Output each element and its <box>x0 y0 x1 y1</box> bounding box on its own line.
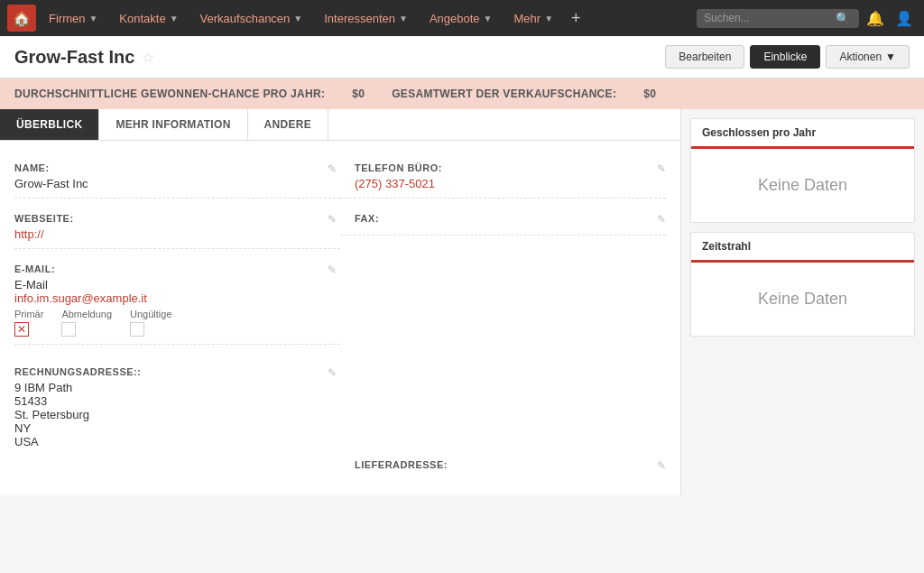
nav-firmen[interactable]: Firmen ▼ <box>40 8 106 29</box>
email-label: E-MAIL: <box>14 263 326 274</box>
stats-bar: DURCHSCHNITTLICHE GEWONNEN-CHANCE PRO JA… <box>0 79 924 109</box>
billing-line5: USA <box>14 435 326 448</box>
main-layout: ÜBERBLICK MEHR INFORMATION ANDERE NAME: … <box>0 109 924 495</box>
primary-label: Primär <box>14 309 43 319</box>
angebote-caret-icon: ▼ <box>484 14 493 23</box>
nav-kontakte[interactable]: Kontakte ▼ <box>110 8 187 29</box>
closed-per-year-title: Geschlossen pro Jahr <box>691 119 914 149</box>
unsub-checkbox[interactable] <box>61 322 76 337</box>
website-field-group: WEBSEITE: http:// ✎ <box>14 206 340 249</box>
nav-interessenten[interactable]: Interessenten ▼ <box>315 8 417 29</box>
content-area: NAME: Grow-Fast Inc ✎ WEBSEITE: http:// … <box>0 141 680 495</box>
invalid-checkbox-group: Ungültige <box>130 309 171 337</box>
favorite-star-icon[interactable]: ☆ <box>142 49 154 66</box>
verkaufschancen-caret-icon: ▼ <box>293 14 302 23</box>
email-checkboxes: Primär ✕ Abmeldung Ungültige <box>14 309 326 337</box>
left-panel: ÜBERBLICK MEHR INFORMATION ANDERE NAME: … <box>0 109 680 495</box>
tabs-bar: ÜBERBLICK MEHR INFORMATION ANDERE <box>0 109 680 141</box>
avg-chance-label: DURCHSCHNITTLICHE GEWONNEN-CHANCE PRO JA… <box>14 88 325 100</box>
edit-button[interactable]: Bearbeiten <box>665 45 744 69</box>
email-type: E-Mail <box>14 278 326 291</box>
shipping-address-group: LIEFERADRESSE: ✎ <box>340 452 666 481</box>
closed-per-year-empty: Keine Daten <box>691 149 914 222</box>
firmen-caret-icon: ▼ <box>88 14 97 23</box>
tab-andere[interactable]: ANDERE <box>248 109 328 140</box>
fax-label: FAX: <box>355 213 666 224</box>
home-button[interactable]: 🏠 <box>7 5 36 32</box>
shipping-edit-icon[interactable]: ✎ <box>657 459 666 472</box>
kontakte-caret-icon: ▼ <box>170 14 179 23</box>
unsub-label: Abmeldung <box>61 309 112 319</box>
telefon-field-group: TELEFON BÜRO: (275) 337-5021 ✎ <box>340 155 666 199</box>
avg-chance-value: $0 <box>352 88 365 100</box>
email-field-group: E-MAIL: E-Mail info.im.sugar@example.it … <box>14 256 340 345</box>
billing-line4: NY <box>14 421 326 435</box>
nav-angebote[interactable]: Angebote ▼ <box>420 8 502 29</box>
title-area: Grow-Fast Inc ☆ <box>14 47 154 68</box>
name-edit-icon[interactable]: ✎ <box>328 162 337 175</box>
email-address[interactable]: info.im.sugar@example.it <box>14 291 326 305</box>
primary-checkbox[interactable]: ✕ <box>14 322 29 337</box>
website-value[interactable]: http:// <box>14 227 326 241</box>
zeitstrahl-card: Zeitstrahl Keine Daten <box>690 232 915 337</box>
aktionen-caret-icon: ▼ <box>885 51 896 63</box>
unsub-checkbox-group: Abmeldung <box>61 309 112 337</box>
telefon-value[interactable]: (275) 337-5021 <box>355 177 666 190</box>
website-edit-icon[interactable]: ✎ <box>328 213 337 226</box>
page-title: Grow-Fast Inc <box>14 47 134 68</box>
name-value: Grow-Fast Inc <box>14 177 326 190</box>
billing-edit-icon[interactable]: ✎ <box>328 366 337 379</box>
tab-mehr-information[interactable]: MEHR INFORMATION <box>99 109 247 140</box>
mehr-caret-icon: ▼ <box>544 14 553 23</box>
fax-field-group: FAX: ✎ <box>340 206 666 236</box>
name-field-group: NAME: Grow-Fast Inc ✎ <box>14 155 340 199</box>
billing-line3: St. Petersburg <box>14 408 326 421</box>
search-icon: 🔍 <box>836 12 850 25</box>
closed-per-year-card: Geschlossen pro Jahr Keine Daten <box>690 118 915 223</box>
billing-line1: 9 IBM Path <box>14 381 326 394</box>
telefon-label: TELEFON BÜRO: <box>355 162 666 173</box>
tab-ueberblick[interactable]: ÜBERBLICK <box>0 109 99 140</box>
search-input[interactable] <box>704 12 830 24</box>
search-bar: 🔍 <box>697 9 859 28</box>
right-column: TELEFON BÜRO: (275) 337-5021 ✎ FAX: ✎ LI… <box>340 155 666 481</box>
add-button[interactable]: + <box>566 9 587 28</box>
notifications-button[interactable]: 🔔 <box>863 10 888 27</box>
primary-checkbox-group: Primär ✕ <box>14 309 43 337</box>
user-profile-button[interactable]: 👤 <box>892 10 917 27</box>
fax-edit-icon[interactable]: ✎ <box>657 213 666 226</box>
name-label: NAME: <box>14 162 326 173</box>
billing-address-group: RECHNUNGSADRESSE:: 9 IBM Path 51433 St. … <box>14 359 340 456</box>
nav-mehr[interactable]: Mehr ▼ <box>505 8 563 29</box>
right-sidebar: Geschlossen pro Jahr Keine Daten Zeitstr… <box>680 109 924 495</box>
telefon-edit-icon[interactable]: ✎ <box>657 162 666 175</box>
page-header: Grow-Fast Inc ☆ Bearbeiten Einblicke Akt… <box>0 36 924 79</box>
total-value-label: GESAMTWERT DER VERKAUFSCHANCE: <box>392 88 616 100</box>
total-value-value: $0 <box>643 88 656 100</box>
billing-line2: 51433 <box>14 394 326 408</box>
actions-dropdown-button[interactable]: Aktionen ▼ <box>826 45 910 69</box>
interessenten-caret-icon: ▼ <box>399 14 408 23</box>
invalid-checkbox[interactable] <box>130 322 144 337</box>
invalid-label: Ungültige <box>130 309 171 319</box>
zeitstrahl-empty: Keine Daten <box>691 263 914 336</box>
nav-verkaufschancen[interactable]: Verkaufschancen ▼ <box>191 8 312 29</box>
zeitstrahl-title: Zeitstrahl <box>691 233 914 263</box>
shipping-label: LIEFERADRESSE: <box>355 459 666 470</box>
header-actions: Bearbeiten Einblicke Aktionen ▼ <box>665 45 910 69</box>
email-edit-icon[interactable]: ✎ <box>328 263 337 276</box>
top-navigation: 🏠 Firmen ▼ Kontakte ▼ Verkaufschancen ▼ … <box>0 0 924 36</box>
website-label: WEBSEITE: <box>14 213 326 224</box>
billing-label: RECHNUNGSADRESSE:: <box>14 366 326 377</box>
left-column: NAME: Grow-Fast Inc ✎ WEBSEITE: http:// … <box>14 155 340 481</box>
insights-button[interactable]: Einblicke <box>750 45 820 69</box>
